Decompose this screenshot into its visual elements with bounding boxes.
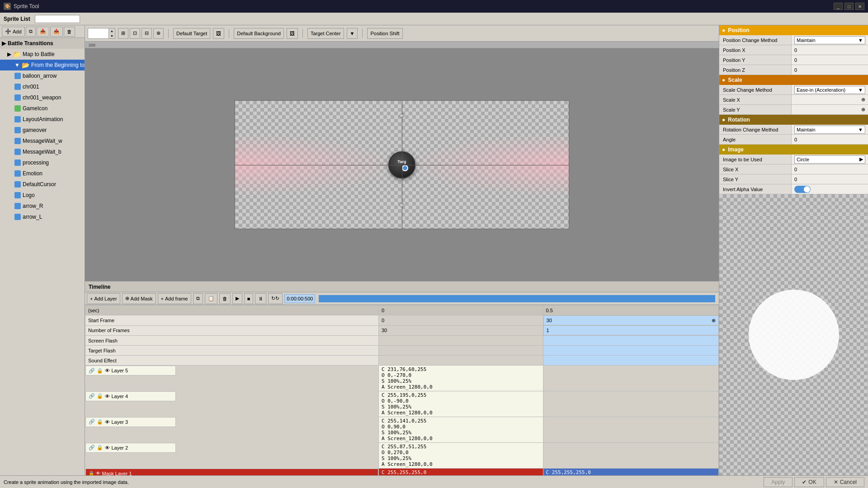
angle-label: Angle: [719, 135, 792, 144]
zoom-value[interactable]: 0.50: [88, 28, 108, 38]
view-btn-3[interactable]: ⊟: [142, 28, 152, 39]
add-mask-button[interactable]: ⊕ Add Mask: [122, 293, 156, 304]
sidebar-item-messagewait-w[interactable]: MessageWait_w: [0, 136, 85, 146]
maximize-button[interactable]: □: [844, 3, 854, 10]
mask-layer-label[interactable]: Mask Layer 1: [102, 471, 132, 476]
copy-button[interactable]: ⧉: [26, 27, 36, 37]
timeline-scrubber[interactable]: [319, 295, 715, 302]
sidebar-item-messagewait-b[interactable]: MessageWait_b: [0, 146, 85, 157]
layer4-label[interactable]: Layer 4: [112, 394, 128, 399]
stop-button[interactable]: ■: [244, 293, 254, 304]
rotation-change-method-value[interactable]: Maintain ▼: [792, 125, 868, 134]
link-icon-4: 🔗: [89, 393, 95, 399]
layer5-col0[interactable]: C 231,76,60,255O 0,-270,0S 100%,25%A Scr…: [378, 366, 543, 391]
pause-button[interactable]: ⏸: [255, 293, 266, 304]
sidebar-item-map-to-battle[interactable]: ▶ 📁 Map to Battle: [0, 49, 85, 60]
copy-frame-button[interactable]: ⧉: [193, 293, 203, 304]
sidebar-item-default-cursor[interactable]: DefaultCursor: [0, 179, 85, 190]
mask-col1[interactable]: C 255,255,255,0S 150%,150%A Circle,0,0: [543, 469, 718, 476]
position-method-dropdown[interactable]: Maintain ▼: [794, 36, 865, 44]
default-target-button[interactable]: Default Target: [173, 28, 210, 39]
sidebar-item-gameover[interactable]: gameover: [0, 125, 85, 136]
scale-y-value[interactable]: 150 ⊕: [792, 105, 868, 114]
add-layer-button[interactable]: + Add Layer: [87, 293, 120, 304]
zoom-down[interactable]: ▼: [108, 33, 115, 38]
row-cell-2[interactable]: 30: [378, 325, 543, 336]
sidebar-item-emotion[interactable]: Emotion: [0, 168, 85, 179]
layer4-col0[interactable]: C 255,195,0,255O 0,-90,0S 100%,25%A Scre…: [378, 391, 543, 417]
scale-x-spin[interactable]: ⊕: [861, 97, 865, 103]
scale-method-dropdown[interactable]: Ease-in (Acceleration) ▼: [794, 86, 865, 94]
target-center-toggle[interactable]: ▼: [347, 28, 358, 39]
link-icon-5: 🔗: [89, 368, 95, 374]
position-change-method-value[interactable]: Maintain ▼: [792, 35, 868, 45]
target-center-button[interactable]: Target Center: [307, 28, 344, 39]
sidebar-item-chr001-weapon[interactable]: chr001_weapon: [0, 92, 85, 103]
sidebar-item-from-beginning[interactable]: ▼ 📂 From the Beginning to: [0, 60, 85, 70]
sidebar-item-arrow-r[interactable]: arrow_R: [0, 201, 85, 211]
mask-col0[interactable]: C 255,255,255,0S 0%,0%A Circle,0,0: [378, 469, 543, 476]
row-cell-8[interactable]: [378, 356, 543, 366]
row-cell-1[interactable]: 30 ⊕: [543, 315, 719, 325]
delete-button[interactable]: 🗑: [64, 27, 75, 37]
view-btn-2[interactable]: ⊡: [130, 28, 140, 39]
add-button[interactable]: ➕ Add: [2, 27, 25, 37]
image-used-label: Image to be Used: [719, 155, 792, 164]
import-button[interactable]: 📥: [37, 27, 49, 37]
layer3-label[interactable]: Layer 3: [112, 419, 128, 425]
sidebar-item-battle-transitions[interactable]: ▶ Battle Transitions: [0, 38, 85, 49]
scale-x-value[interactable]: 150 ⊕: [792, 95, 868, 104]
zoom-up[interactable]: ▲: [108, 28, 115, 33]
image-dropdown[interactable]: Circle ▶: [794, 155, 865, 164]
row-cell-3[interactable]: 1: [543, 325, 719, 335]
sidebar-item-gameicon[interactable]: GameIcon: [0, 103, 85, 114]
scale-y-spin[interactable]: ⊕: [861, 107, 865, 113]
row-cell-0[interactable]: 0: [378, 315, 543, 326]
invert-alpha-toggle[interactable]: [794, 186, 811, 193]
position-shift-button[interactable]: Position Shift: [367, 28, 402, 39]
ok-button[interactable]: ✔ OK: [794, 477, 824, 487]
layer2-label[interactable]: Layer 2: [112, 445, 128, 450]
table-row: 🔗 🔒 👁 Layer 3 C 255,141,0,255O 0,90,0S 1…: [85, 417, 719, 443]
close-button[interactable]: ✕: [855, 3, 864, 10]
slice-y-label: Slice Y: [719, 174, 792, 184]
canvas-area[interactable]: Targ: [85, 48, 719, 281]
bg-image-button[interactable]: 🖼: [287, 28, 298, 39]
sidebar-item-layout-animation[interactable]: LayoutAnimation: [0, 114, 85, 125]
view-btn-1[interactable]: ⊞: [118, 28, 128, 39]
view-btn-4[interactable]: ⊕: [153, 28, 164, 39]
layer2-col0[interactable]: C 255,87,51,255O 0,270,0S 100%,25%A Scre…: [378, 443, 543, 469]
scale-change-method-value[interactable]: Ease-in (Acceleration) ▼: [792, 85, 868, 94]
layer5-label[interactable]: Layer 5: [112, 368, 128, 373]
paste-frame-button[interactable]: 📋: [205, 293, 217, 304]
scale-y-row: Scale Y 150 ⊕: [719, 105, 868, 115]
scale-section-label: Scale: [728, 77, 742, 83]
sidebar-item-balloon-arrow[interactable]: balloon_arrow: [0, 70, 85, 81]
timeline: Timeline + Add Layer ⊕ Add Mask +: [85, 281, 719, 475]
scale-y-input[interactable]: 150: [794, 107, 861, 113]
sidebar-item-arrow-l[interactable]: arrow_L: [0, 211, 85, 222]
play-button[interactable]: ▶: [232, 293, 242, 304]
sidebar-item-logo[interactable]: Logo: [0, 190, 85, 201]
image-used-value[interactable]: Circle ▶: [792, 155, 868, 164]
target-image-button[interactable]: 🖼: [213, 28, 224, 39]
sidebar-item-chr001[interactable]: chr001: [0, 81, 85, 92]
delete-frame-button[interactable]: 🗑: [219, 293, 231, 304]
row-cell-6[interactable]: [378, 346, 543, 356]
add-frame-button[interactable]: + Add frame: [158, 293, 191, 304]
cancel-button[interactable]: ✕ Cancel: [826, 477, 864, 487]
export-button[interactable]: 📤: [50, 27, 63, 37]
scale-section-header: ● Scale: [719, 75, 868, 85]
spinner-icon[interactable]: ⊕: [712, 318, 716, 324]
apply-button[interactable]: Apply: [764, 477, 793, 487]
scale-x-input[interactable]: 150: [794, 97, 861, 103]
timeline-table: (sec) 0 0.5 Start Frame 0: [85, 305, 719, 475]
sprite-list-search[interactable]: [35, 15, 80, 23]
minimize-button[interactable]: _: [834, 3, 843, 10]
default-background-button[interactable]: Default Background: [234, 28, 284, 39]
sidebar-item-processing[interactable]: processing: [0, 157, 85, 168]
layer3-col0[interactable]: C 255,141,0,255O 0,90,0S 100%,25%A Scree…: [378, 417, 543, 443]
rotation-method-dropdown[interactable]: Maintain ▼: [794, 126, 865, 134]
row-cell-4[interactable]: [378, 336, 543, 346]
loop-button[interactable]: ↻↻: [268, 293, 283, 304]
